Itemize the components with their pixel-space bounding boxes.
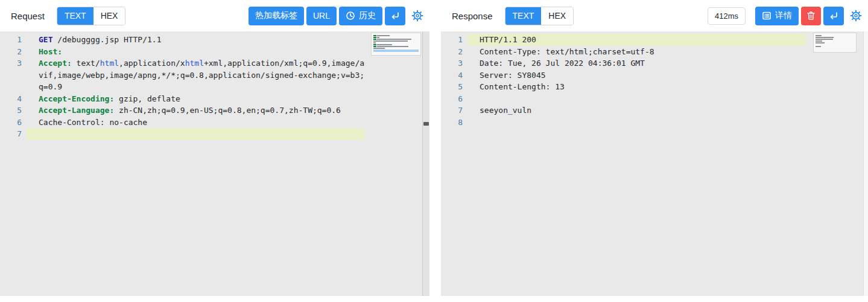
- response-view-mode-tabs: TEXT HEX: [505, 7, 574, 25]
- line-content[interactable]: Date: Tue, 26 Jul 2022 04:36:01 GMT: [467, 57, 806, 69]
- request-panel: Request TEXT HEX 热加载标签 URL: [0, 0, 429, 302]
- minimap-line: [373, 35, 419, 36]
- code-token: GET: [39, 35, 52, 44]
- line-number: 3: [441, 57, 467, 69]
- minimap-text-mark: [816, 40, 822, 42]
- code-token: Host:: [39, 47, 62, 56]
- code-token: zh-CN,zh;q=0.9,en-US;q=0.8,en;q=0.7,zh-T…: [114, 106, 341, 115]
- request-tab-text[interactable]: TEXT: [57, 7, 93, 25]
- request-header: Request TEXT HEX 热加载标签 URL: [0, 0, 429, 31]
- response-panel: Response TEXT HEX 412ms: [441, 0, 868, 302]
- gear-icon: [850, 10, 862, 22]
- detail-icon: [762, 11, 771, 21]
- request-actions: 热加载标签 URL 历史: [249, 7, 423, 25]
- code-token: Date: Tue, 26 Jul 2022 04:36:01 GMT: [480, 59, 645, 68]
- line-number: 1: [441, 34, 467, 46]
- line-content[interactable]: Accept-Encoding: gzip, deflate: [27, 93, 365, 105]
- response-minimap[interactable]: [813, 33, 857, 53]
- enter-icon: [390, 11, 400, 21]
- line-content[interactable]: GET /debugggg.jsp HTTP/1.1: [27, 34, 365, 46]
- minimap-text-mark: [377, 46, 408, 47]
- minimap-text-mark: [377, 35, 390, 36]
- line-number: 3: [0, 57, 27, 93]
- code-token: /debugggg.jsp HTTP/1.1: [52, 35, 161, 44]
- code-line: 1HTTP/1.1 200: [441, 34, 868, 46]
- minimap-keyword-mark: [373, 46, 376, 47]
- detail-button[interactable]: 详情: [755, 7, 799, 25]
- line-number: 2: [0, 46, 27, 58]
- request-code-lines: 1GET /debugggg.jsp HTTP/1.12Host:3Accept…: [0, 34, 429, 140]
- line-content[interactable]: Content-Length: 13: [467, 81, 806, 93]
- minimap-line: [373, 37, 419, 38]
- follow-response-button[interactable]: [823, 7, 844, 25]
- line-content[interactable]: seeyon_vuln: [467, 104, 806, 117]
- history-button[interactable]: 历史: [339, 7, 382, 25]
- code-line: 3Date: Tue, 26 Jul 2022 04:36:01 GMT: [441, 57, 868, 69]
- hot-reload-tags-button[interactable]: 热加载标签: [249, 7, 304, 25]
- line-content[interactable]: Cache-Control: no-cache: [27, 117, 365, 129]
- minimap-line: [373, 42, 419, 43]
- response-tab-text[interactable]: TEXT: [505, 7, 542, 25]
- code-token: Accept-Language:: [39, 106, 114, 115]
- minimap-blank-line: [816, 48, 854, 50]
- line-number: 4: [0, 93, 27, 105]
- line-number: 8: [441, 117, 467, 129]
- code-token: Cache-Control: no-cache: [39, 118, 147, 127]
- line-content[interactable]: Content-Type: text/html;charset=utf-8: [467, 46, 806, 58]
- code-token: ,application/x: [119, 59, 185, 68]
- request-tab-hex[interactable]: HEX: [93, 7, 125, 25]
- minimap-line: [816, 46, 854, 47]
- http-tool-workspace: Request TEXT HEX 热加载标签 URL: [0, 0, 868, 302]
- minimap-active-band: [373, 50, 419, 52]
- response-editor[interactable]: 1HTTP/1.1 2002Content-Type: text/html;ch…: [441, 31, 868, 296]
- minimap-text-mark: [373, 40, 408, 42]
- request-scrollbar[interactable]: [422, 31, 429, 296]
- request-scrollbar-thumb[interactable]: [423, 122, 429, 126]
- minimap-line: [816, 37, 854, 38]
- minimap-text-mark: [377, 44, 392, 45]
- line-number: 1: [0, 34, 27, 46]
- code-line: 8: [441, 117, 868, 129]
- history-label: 历史: [359, 10, 376, 21]
- code-line: 6: [441, 93, 868, 105]
- code-line: 2Content-Type: text/html;charset=utf-8: [441, 46, 868, 58]
- code-line: 4Server: SY8045: [441, 69, 868, 82]
- clear-response-button[interactable]: [801, 7, 821, 25]
- line-content[interactable]: Server: SY8045: [467, 69, 806, 82]
- minimap-line: [373, 40, 419, 42]
- minimap-line: [816, 35, 854, 36]
- line-number: 6: [441, 93, 467, 105]
- minimap-line: [373, 46, 419, 47]
- request-settings-button[interactable]: [411, 10, 423, 22]
- request-editor[interactable]: 1GET /debugggg.jsp HTTP/1.12Host:3Accept…: [0, 31, 429, 296]
- request-title: Request: [11, 11, 45, 21]
- line-content[interactable]: Accept-Language: zh-CN,zh;q=0.9,en-US;q=…: [27, 104, 365, 117]
- code-token: html: [185, 59, 204, 68]
- code-line: 3Accept: text/html,application/xhtml+xml…: [0, 57, 429, 93]
- url-button[interactable]: URL: [306, 7, 337, 25]
- trash-icon: [806, 11, 816, 21]
- code-line: 5Accept-Language: zh-CN,zh;q=0.9,en-US;q…: [0, 104, 429, 117]
- line-number: 7: [441, 104, 467, 117]
- line-content[interactable]: Accept: text/html,application/xhtml+xml,…: [27, 57, 365, 93]
- code-token: Accept-Encoding:: [39, 94, 114, 103]
- line-content[interactable]: [467, 117, 806, 129]
- panel-divider[interactable]: [429, 0, 441, 302]
- response-title: Response: [452, 11, 493, 21]
- line-content[interactable]: [27, 128, 365, 140]
- latency-badge: 412ms: [708, 7, 746, 25]
- send-request-button[interactable]: [385, 7, 405, 25]
- minimap-text-mark: [377, 37, 379, 38]
- line-content[interactable]: [467, 93, 806, 105]
- minimap-line: [373, 39, 419, 40]
- response-settings-button[interactable]: [850, 10, 862, 22]
- line-content[interactable]: HTTP/1.1 200: [467, 34, 806, 46]
- response-tab-hex[interactable]: HEX: [541, 7, 573, 25]
- minimap-line: [373, 44, 419, 45]
- code-line: 7seeyon_vuln: [441, 104, 868, 117]
- response-scrollbar[interactable]: [863, 31, 868, 296]
- request-minimap[interactable]: [371, 33, 421, 56]
- minimap-text-mark: [816, 39, 833, 40]
- line-content[interactable]: Host:: [27, 46, 365, 58]
- code-token: Server: SY8045: [480, 71, 546, 80]
